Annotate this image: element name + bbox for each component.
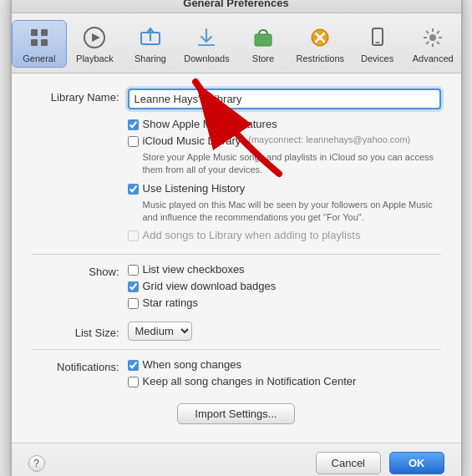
- ok-button[interactable]: OK: [389, 452, 444, 474]
- list-view-label: List view checkboxes: [143, 263, 245, 276]
- help-button[interactable]: ?: [28, 455, 45, 472]
- toolbar-item-restrictions[interactable]: Restrictions: [291, 20, 349, 68]
- show-row: Show: List view checkboxes Grid view dow…: [32, 263, 441, 313]
- toolbar-item-downloads[interactable]: Downloads: [178, 20, 235, 68]
- list-view-row: List view checkboxes: [128, 263, 441, 276]
- advanced-icon: [419, 24, 446, 51]
- store-icon: [250, 24, 277, 51]
- library-name-input[interactable]: [128, 89, 441, 109]
- import-settings-row: Import Settings...: [32, 403, 441, 424]
- add-songs-label: Add songs to Library when adding to play…: [143, 229, 361, 241]
- toolbar-label-sharing: Sharing: [134, 53, 166, 63]
- show-apple-music-label: Show Apple Music Features: [143, 118, 277, 130]
- keep-song-changes-row: Keep all song changes in Notification Ce…: [128, 375, 441, 387]
- svg-line-19: [437, 42, 439, 44]
- action-buttons: Cancel OK: [316, 452, 444, 474]
- list-size-row: List Size: Small Medium Large: [32, 322, 441, 341]
- general-icon: [26, 24, 53, 51]
- titlebar: General Preferences: [12, 0, 461, 13]
- toolbar-item-general[interactable]: General: [12, 20, 68, 68]
- star-ratings-label: Star ratings: [143, 296, 198, 309]
- toolbar-label-playback: Playback: [76, 53, 114, 63]
- toolbar-label-store: Store: [252, 53, 274, 63]
- list-size-label: List Size:: [32, 324, 128, 339]
- when-song-changes-label: When song changes: [143, 358, 242, 371]
- add-songs-checkbox-row: Add songs to Library when adding to play…: [128, 229, 441, 241]
- svg-rect-0: [31, 29, 38, 36]
- toolbar-label-downloads: Downloads: [184, 53, 229, 63]
- svg-point-13: [429, 34, 436, 41]
- toolbar-item-advanced[interactable]: Advanced: [405, 20, 461, 68]
- toolbar-label-advanced: Advanced: [413, 53, 454, 63]
- svg-rect-9: [255, 34, 272, 46]
- devices-icon: [364, 24, 391, 51]
- divider-1: [32, 254, 441, 255]
- icloud-description: Store your Apple Music songs and playlis…: [143, 151, 441, 177]
- add-songs-checkbox[interactable]: [128, 230, 139, 241]
- svg-rect-3: [41, 39, 48, 46]
- toolbar-item-playback[interactable]: Playback: [67, 20, 123, 68]
- svg-rect-1: [41, 29, 48, 36]
- show-apple-music-checkbox-row: Show Apple Music Features: [128, 118, 441, 130]
- icloud-music-checkbox[interactable]: [128, 136, 139, 147]
- preferences-window: General Preferences General: [11, 0, 462, 476]
- icloud-music-label: iCloud Music Library: [143, 134, 241, 147]
- listening-history-checkbox-row: Use Listening History: [128, 182, 441, 195]
- import-settings-button[interactable]: Import Settings...: [177, 403, 294, 424]
- notifications-row: Notifications: When song changes Keep al…: [32, 358, 441, 392]
- icloud-music-subtext: (mayconnect: leannehays@yahoo.com): [248, 134, 410, 144]
- keep-song-changes-checkbox[interactable]: [128, 377, 139, 387]
- grid-view-row: Grid view download badges: [128, 280, 441, 292]
- svg-line-18: [426, 31, 429, 33]
- cancel-button[interactable]: Cancel: [316, 452, 381, 474]
- library-name-row: Library Name:: [32, 89, 441, 109]
- star-ratings-row: Star ratings: [128, 296, 441, 309]
- library-name-content: [128, 89, 441, 109]
- show-label: Show:: [32, 263, 128, 278]
- when-song-changes-checkbox[interactable]: [128, 360, 139, 371]
- svg-line-20: [437, 31, 439, 33]
- toolbar-label-restrictions: Restrictions: [297, 53, 344, 63]
- when-song-changes-row: When song changes: [128, 358, 441, 371]
- playback-icon: [81, 24, 108, 51]
- icloud-music-checkbox-row: iCloud Music Library (mayconnect: leanne…: [128, 134, 441, 147]
- library-name-label: Library Name:: [32, 89, 128, 104]
- listening-history-description: Music played on this Mac will be seen by…: [143, 199, 441, 225]
- show-apple-music-checkbox[interactable]: [128, 119, 139, 130]
- toolbar-item-sharing[interactable]: Sharing: [123, 20, 179, 68]
- toolbar-item-store[interactable]: Store: [236, 20, 292, 68]
- apple-music-row: Show Apple Music Features iCloud Music L…: [32, 118, 441, 246]
- list-size-select[interactable]: Small Medium Large: [128, 322, 192, 341]
- sharing-icon: [137, 24, 164, 51]
- svg-line-21: [426, 42, 429, 44]
- restrictions-icon: [307, 24, 333, 51]
- keep-song-changes-label: Keep all song changes in Notification Ce…: [143, 375, 357, 387]
- content-area: Library Name: Show Apple Music Features …: [12, 73, 461, 443]
- listening-history-checkbox[interactable]: [128, 184, 139, 195]
- toolbar: General Playback Sharing: [12, 13, 461, 73]
- star-ratings-checkbox[interactable]: [128, 298, 139, 309]
- grid-view-label: Grid view download badges: [143, 280, 277, 292]
- svg-marker-5: [92, 33, 100, 42]
- toolbar-item-devices[interactable]: Devices: [349, 20, 405, 68]
- list-view-checkbox[interactable]: [128, 265, 139, 276]
- grid-view-checkbox[interactable]: [128, 281, 139, 292]
- listening-history-label: Use Listening History: [143, 182, 246, 195]
- notifications-label: Notifications:: [32, 358, 128, 373]
- bottom-bar: ? Cancel OK: [12, 443, 461, 476]
- svg-rect-2: [31, 39, 38, 46]
- window-title: General Preferences: [183, 0, 288, 9]
- downloads-icon: [193, 24, 220, 51]
- toolbar-label-general: General: [23, 53, 55, 63]
- toolbar-label-devices: Devices: [361, 53, 393, 63]
- divider-2: [32, 349, 441, 350]
